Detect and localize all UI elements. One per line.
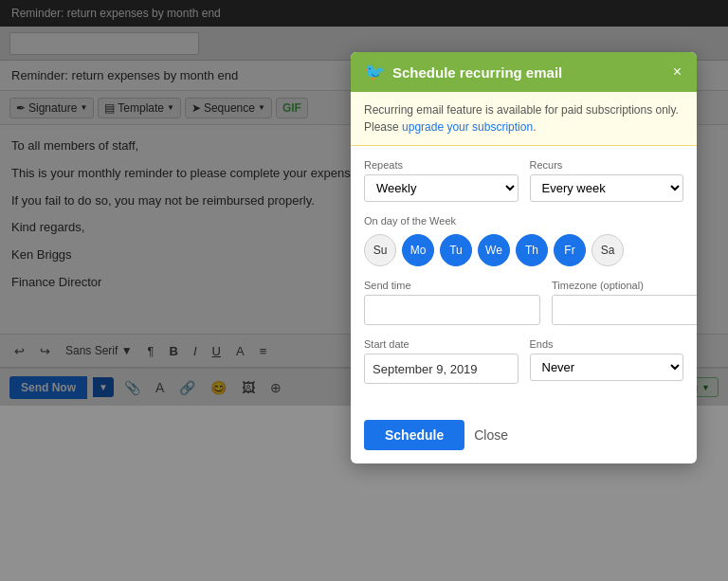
repeats-group: Repeats Weekly [364, 159, 519, 202]
send-time-group: Send time [364, 280, 540, 325]
modal-footer: Schedule Close [351, 410, 697, 463]
ends-group: Ends Never [530, 338, 684, 384]
dow-th[interactable]: Th [516, 234, 548, 266]
timezone-group: Timezone (optional) [552, 280, 697, 325]
modal-body: Repeats Weekly Recurs Every week On day … [351, 146, 697, 410]
modal-header: 🐦 Schedule recurring email × [351, 52, 697, 92]
close-button[interactable]: Close [474, 427, 508, 443]
start-date-display: September 9, 2019 [364, 354, 519, 384]
dow-tu[interactable]: Tu [440, 234, 472, 266]
schedule-recurring-modal: 🐦 Schedule recurring email × Recurring e… [351, 52, 697, 463]
dow-su[interactable]: Su [364, 234, 396, 266]
modal-title: 🐦 Schedule recurring email [364, 62, 562, 82]
start-date-label: Start date [364, 338, 519, 350]
dow-label: On day of the Week [364, 215, 683, 227]
startdate-ends-row: Start date September 9, 2019 Ends Never [364, 338, 683, 384]
send-time-label: Send time [364, 280, 540, 291]
send-time-input[interactable] [364, 295, 540, 325]
recurs-group: Recurs Every week [530, 159, 684, 202]
modal-notice: Recurring email feature is available for… [351, 92, 697, 146]
dow-buttons: Su Mo Tu We Th Fr Sa [364, 234, 683, 266]
timezone-label: Timezone (optional) [552, 280, 697, 291]
dow-sa[interactable]: Sa [592, 234, 624, 266]
start-date-group: Start date September 9, 2019 [364, 338, 519, 384]
ends-label: Ends [530, 338, 684, 350]
repeats-label: Repeats [364, 159, 519, 171]
modal-close-button[interactable]: × [671, 64, 683, 81]
dow-section: On day of the Week Su Mo Tu We Th Fr Sa [364, 215, 683, 266]
dow-we[interactable]: We [478, 234, 510, 266]
recurs-select[interactable]: Every week [530, 174, 684, 202]
notice-suffix: . [533, 120, 536, 134]
time-timezone-row: Send time Timezone (optional) [364, 280, 683, 325]
schedule-button[interactable]: Schedule [364, 420, 464, 450]
recurs-label: Recurs [530, 159, 684, 171]
timezone-input[interactable] [552, 295, 697, 325]
upgrade-link[interactable]: upgrade your subscription [402, 120, 533, 134]
repeats-select[interactable]: Weekly [364, 174, 519, 202]
dow-mo[interactable]: Mo [402, 234, 434, 266]
ends-select[interactable]: Never [530, 354, 684, 381]
dow-fr[interactable]: Fr [554, 234, 586, 266]
repeats-recurs-row: Repeats Weekly Recurs Every week [364, 159, 683, 202]
bird-icon: 🐦 [364, 62, 385, 82]
